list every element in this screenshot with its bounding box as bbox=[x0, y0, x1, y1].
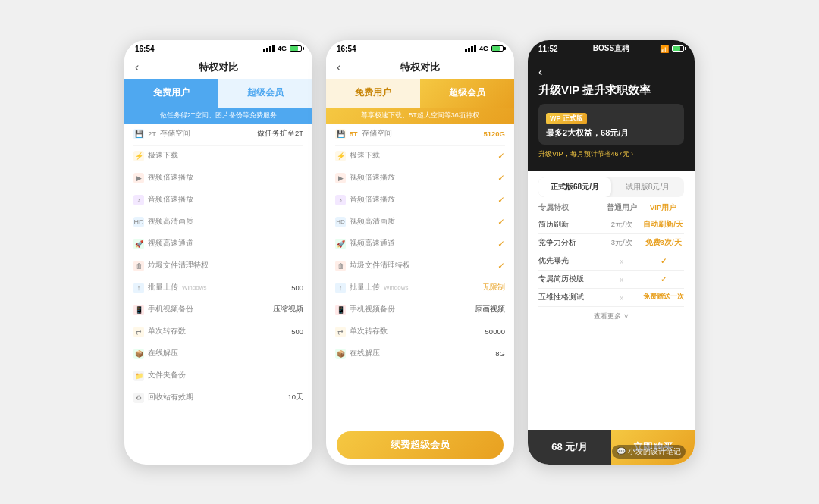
folder-icon: 📁 bbox=[133, 371, 144, 381]
video-icon-mid: ▶ bbox=[335, 173, 346, 183]
watermark: 💬 小发的设计笔记 bbox=[612, 445, 686, 459]
tab-free-mid[interactable]: 免费用户 bbox=[326, 79, 420, 108]
status-icons-right: 📶 bbox=[660, 45, 684, 53]
backup-icon-mid: 📱 bbox=[335, 305, 346, 315]
feature-storage: 💾 2T 存储空间 做任务扩至2T bbox=[133, 124, 303, 146]
feature-upload-mid: ↑ 批量上传 Windows 无限制 bbox=[335, 277, 505, 299]
wechat-icon: 💬 bbox=[617, 447, 626, 455]
feature-clean-mid: 🗑 垃圾文件清理特权 ✓ bbox=[335, 255, 505, 277]
time-mid: 16:54 bbox=[337, 45, 356, 53]
recycle-icon: ♻ bbox=[133, 393, 144, 403]
feature-unzip-mid: 📦 在线解压 8G bbox=[335, 343, 505, 365]
feature-recycle: ♻ 回收站有效期 10天 bbox=[133, 387, 303, 409]
status-bar-right: 11:52 BOSS直聘 📶 bbox=[528, 40, 695, 56]
speed-icon: 🚀 bbox=[133, 239, 144, 249]
phone-left: 16:54 4G ‹ 特权对比 免费用户 bbox=[124, 40, 312, 465]
feature-list-left: 💾 2T 存储空间 做任务扩至2T ⚡ 极速下载 ▶ 视频倍速播放 bbox=[124, 124, 312, 465]
clean-icon: 🗑 bbox=[133, 261, 144, 271]
vip-version-name: 最多2大权益，68元/月 bbox=[546, 127, 676, 139]
vip-header: ‹ 升级VIP 提升求职效率 WP 正式版 最多2大权益，68元/月 升级VIP… bbox=[528, 56, 695, 171]
compare-row-analysis: 竞争力分析 3元/次 免费3次/天 bbox=[538, 234, 684, 252]
plan-tabs: 正式版68元/月 试用版8元/月 bbox=[538, 177, 684, 197]
nav-title-mid: 特权对比 bbox=[400, 61, 440, 74]
back-button-left[interactable]: ‹ bbox=[135, 61, 139, 74]
tab-header-left: 免费用户 超级会员 bbox=[124, 79, 312, 108]
storage-icon-mid: 💾 bbox=[335, 129, 346, 139]
feature-backup-mid: 📱 手机视频备份 原画视频 bbox=[335, 299, 505, 321]
network-left: 4G bbox=[278, 45, 287, 52]
feature-storage-mid: 💾 5T 存储空间 5120G bbox=[335, 124, 505, 146]
compare-row-test: 五维性格测试 x 免费赠送一次 bbox=[538, 289, 684, 307]
feature-hd: HD 视频高清画质 bbox=[133, 211, 303, 233]
battery-icon-right bbox=[672, 45, 684, 52]
feature-unzip: 📦 在线解压 bbox=[133, 343, 303, 365]
signal-icon bbox=[263, 45, 275, 52]
cta-button-mid[interactable]: 续费超级会员 bbox=[337, 431, 504, 459]
upload-icon: ↑ bbox=[133, 283, 144, 293]
battery-icon-mid bbox=[491, 45, 504, 52]
feature-folder: 📁 文件夹备份 bbox=[133, 365, 303, 387]
back-button-mid[interactable]: ‹ bbox=[337, 61, 340, 74]
plan-tab-official[interactable]: 正式版68元/月 bbox=[538, 177, 611, 197]
transfer-icon: ⇄ bbox=[133, 327, 144, 337]
audio-icon-mid: ♪ bbox=[335, 195, 346, 205]
backup-icon: 📱 bbox=[133, 305, 144, 315]
unzip-icon-mid: 📦 bbox=[335, 349, 346, 359]
time-left: 16:54 bbox=[135, 45, 155, 53]
audio-icon: ♪ bbox=[133, 195, 144, 205]
tab-free-left[interactable]: 免费用户 bbox=[124, 79, 218, 108]
nav-bar-mid: ‹ 特权对比 bbox=[326, 56, 514, 79]
vip-save-text: 升级VIP，每月预计节省467元 › bbox=[538, 149, 684, 159]
feature-download: ⚡ 极速下载 bbox=[133, 146, 303, 167]
network-mid: 4G bbox=[479, 45, 488, 52]
promo-banner-left: 做任务得2T空间、图片备份等免费服务 bbox=[124, 108, 312, 124]
see-more[interactable]: 查看更多 ∨ bbox=[528, 307, 695, 326]
feature-transfer-mid: ⇄ 单次转存数 50000 bbox=[335, 321, 505, 343]
hd-icon: HD bbox=[133, 217, 144, 227]
status-bar-mid: 16:54 4G bbox=[326, 40, 514, 56]
wifi-icon: 📶 bbox=[660, 45, 669, 53]
compare-row-exposure: 优先曝光 x ✓ bbox=[538, 252, 684, 271]
price-tag: 68 元/月 bbox=[528, 430, 611, 465]
feature-clean: 🗑 垃圾文件清理特权 bbox=[133, 255, 303, 277]
video-icon: ▶ bbox=[133, 173, 144, 183]
feature-list-mid: 💾 5T 存储空间 5120G ⚡ 极速下载 ✓ ▶ 视频倍速播放 ✓ bbox=[326, 124, 514, 425]
nav-title-left: 特权对比 bbox=[199, 61, 238, 74]
feature-speed-lane: 🚀 视频高速通道 bbox=[133, 233, 303, 255]
phone-mid: 16:54 4G ‹ 特权对比 免费用户 bbox=[326, 40, 514, 465]
feature-transfer: ⇄ 单次转存数 500 bbox=[133, 321, 303, 343]
transfer-icon-mid: ⇄ bbox=[335, 327, 346, 337]
compare-row-template: 专属简历模版 x ✓ bbox=[538, 271, 684, 289]
battery-icon-left bbox=[290, 45, 302, 52]
upload-icon-mid: ↑ bbox=[335, 283, 346, 293]
speed-icon-mid: 🚀 bbox=[335, 239, 346, 249]
back-button-right[interactable]: ‹ bbox=[538, 65, 542, 79]
feature-backup: 📱 手机视频备份 压缩视频 bbox=[133, 299, 303, 321]
nav-bar-left: ‹ 特权对比 bbox=[124, 56, 312, 79]
download-icon: ⚡ bbox=[133, 151, 144, 161]
vip-title: 升级VIP 提升求职效率 bbox=[538, 83, 684, 98]
tab-vip-mid[interactable]: 超级会员 bbox=[420, 79, 514, 108]
unzip-icon: 📦 bbox=[133, 349, 144, 359]
tab-vip-left[interactable]: 超级会员 bbox=[218, 79, 312, 108]
compare-row-refresh: 简历刷新 2元/次 自动刷新/天 bbox=[538, 216, 684, 234]
status-icons-left: 4G bbox=[263, 45, 302, 52]
feature-speed-mid: 🚀 视频高速通道 ✓ bbox=[335, 233, 505, 255]
vip-version-box: WP 正式版 最多2大权益，68元/月 bbox=[538, 104, 684, 145]
phone-right: 11:52 BOSS直聘 📶 ‹ 升级VIP 提升求职效率 WP 正式版 最多2… bbox=[528, 40, 695, 465]
compare-table-header: 专属特权 普通用户 VIP用户 bbox=[538, 203, 684, 213]
feature-download-mid: ⚡ 极速下载 ✓ bbox=[335, 146, 505, 167]
storage-icon: 💾 bbox=[133, 129, 144, 139]
feature-audio-speed: ♪ 音频倍速播放 bbox=[133, 189, 303, 211]
hd-icon-mid: HD bbox=[335, 217, 346, 227]
app-name: BOSS直聘 bbox=[593, 43, 629, 54]
feature-upload: ↑ 批量上传 Windows 500 bbox=[133, 277, 303, 299]
promo-banner-mid: 尊享极速下载、5T超大空间等36项特权 bbox=[326, 108, 514, 124]
time-right: 11:52 bbox=[538, 45, 558, 53]
download-icon-mid: ⚡ bbox=[335, 151, 346, 161]
plan-tab-trial[interactable]: 试用版8元/月 bbox=[611, 177, 684, 197]
feature-video-mid: ▶ 视频倍速播放 ✓ bbox=[335, 167, 505, 189]
status-icons-mid: 4G bbox=[465, 45, 504, 52]
status-bar-left: 16:54 4G bbox=[124, 40, 312, 56]
vip-version-tag: WP 正式版 bbox=[546, 113, 587, 124]
